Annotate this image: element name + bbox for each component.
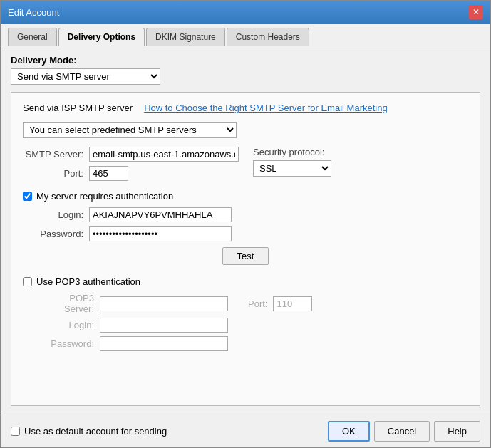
smtp-predef-select[interactable]: You can select predefined SMTP servers — [23, 122, 237, 138]
smtp-predef-row: You can select predefined SMTP servers — [23, 122, 468, 138]
smtp-fields: SMTP Server: Port: — [23, 147, 239, 181]
dialog-title: Edit Account — [8, 7, 59, 18]
port-input[interactable] — [89, 166, 128, 181]
tab-custom-headers[interactable]: Custom Headers — [227, 28, 309, 46]
smtp-server-input[interactable] — [89, 147, 239, 162]
pop3-fields: POP3 Server: Port: Login: Password: — [23, 293, 468, 351]
port-row: Port: — [23, 166, 239, 181]
smtp-security-row: SMTP Server: Port: Security protocol: SS… — [23, 147, 468, 181]
password-input[interactable] — [89, 226, 232, 241]
pop3-server-input[interactable] — [100, 296, 228, 311]
title-bar: Edit Account ✕ — [1, 1, 490, 24]
pop3-login-input[interactable] — [100, 318, 228, 333]
bottom-left: Use as default account for sending — [11, 426, 167, 437]
smtp-server-row: SMTP Server: — [23, 147, 239, 162]
ok-button[interactable]: OK — [328, 421, 370, 442]
pop3-checkbox-label: Use POP3 authentication — [36, 276, 140, 287]
test-button-row: Test — [23, 247, 468, 265]
password-label: Password: — [37, 229, 83, 239]
pop3-login-label: Login: — [37, 320, 94, 330]
security-label: Security protocol: — [253, 147, 331, 157]
pop3-password-row: Password: — [37, 336, 468, 351]
login-input[interactable] — [89, 207, 232, 222]
pop3-password-input[interactable] — [100, 336, 228, 351]
delivery-mode-label: Delivery Mode: — [11, 55, 480, 66]
security-section: Security protocol: SSL — [253, 147, 331, 177]
isp-title: Send via ISP SMTP server — [23, 103, 133, 113]
smtp-server-label: SMTP Server: — [23, 149, 83, 160]
pop3-checkbox-row: Use POP3 authentication — [23, 276, 468, 287]
pop3-server-label: POP3 Server: — [37, 293, 94, 314]
help-button[interactable]: Help — [434, 421, 480, 442]
tab-general[interactable]: General — [8, 28, 57, 46]
tabs-bar: General Delivery Options DKIM Signature … — [1, 24, 490, 46]
security-select[interactable]: SSL — [253, 160, 331, 177]
test-button[interactable]: Test — [222, 247, 269, 265]
auth-fields: Login: Password: — [23, 207, 468, 241]
bottom-bar: Use as default account for sending OK Ca… — [1, 415, 490, 447]
pop3-port-input[interactable] — [273, 296, 312, 311]
pop3-password-label: Password: — [37, 338, 94, 349]
delivery-mode-select[interactable]: Send via SMTP server — [11, 68, 160, 85]
close-button[interactable]: ✕ — [469, 5, 483, 19]
auth-checkbox[interactable] — [23, 192, 32, 201]
tab-delivery-options[interactable]: Delivery Options — [58, 28, 145, 46]
login-row: Login: — [37, 207, 468, 222]
auth-checkbox-row: My server requires authentication — [23, 191, 468, 202]
password-row: Password: — [37, 226, 468, 241]
pop3-login-row: Login: — [37, 318, 468, 333]
port-label: Port: — [23, 168, 83, 179]
default-account-checkbox[interactable] — [11, 427, 20, 436]
isp-link[interactable]: How to Choose the Right SMTP Server for … — [144, 103, 388, 113]
isp-header: Send via ISP SMTP server How to Choose t… — [23, 103, 468, 113]
login-label: Login: — [37, 209, 83, 220]
default-account-label: Use as default account for sending — [24, 426, 167, 437]
auth-checkbox-label: My server requires authentication — [36, 191, 173, 202]
bottom-buttons: OK Cancel Help — [328, 421, 480, 442]
tab-dkim-signature[interactable]: DKIM Signature — [146, 28, 225, 46]
cancel-button[interactable]: Cancel — [374, 421, 430, 442]
edit-account-dialog: Edit Account ✕ General Delivery Options … — [0, 0, 491, 448]
pop3-port-label: Port: — [248, 298, 267, 309]
inner-box: Send via ISP SMTP server How to Choose t… — [11, 92, 480, 406]
pop3-checkbox[interactable] — [23, 277, 32, 286]
content-area: Delivery Mode: Send via SMTP server Send… — [1, 46, 490, 415]
pop3-server-row: POP3 Server: Port: — [37, 293, 468, 314]
